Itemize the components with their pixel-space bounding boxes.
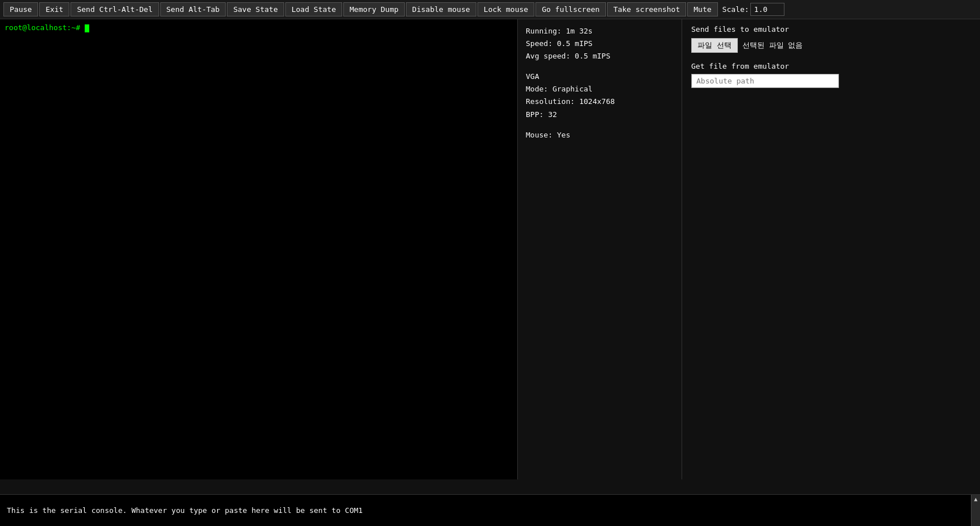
- info-panel: Running: 1m 32s Speed: 0.5 mIPS Avg spee…: [517, 19, 682, 479]
- disable-mouse-button[interactable]: Disable mouse: [406, 2, 476, 16]
- mute-button[interactable]: Mute: [687, 2, 717, 16]
- serial-console-text[interactable]: This is the serial console. Whatever you…: [0, 506, 971, 515]
- emulator-screen[interactable]: root@localhost:~#: [0, 19, 517, 479]
- file-upload-row: 파일 선택 선택된 파일 없음: [691, 38, 971, 53]
- pause-button[interactable]: Pause: [3, 2, 38, 16]
- vga-resolution: Resolution: 1024x768: [526, 95, 674, 108]
- scale-label: Scale:: [722, 5, 749, 14]
- terminal-content: root@localhost:~#: [5, 23, 513, 33]
- toolbar: Pause Exit Send Ctrl-Alt-Del Send Alt-Ta…: [0, 0, 980, 19]
- terminal-cursor: [85, 24, 89, 32]
- memory-dump-button[interactable]: Memory Dump: [343, 2, 405, 16]
- serial-scrollbar[interactable]: ▲: [971, 495, 980, 527]
- exit-button[interactable]: Exit: [39, 2, 69, 16]
- absolute-path-input[interactable]: [691, 74, 839, 88]
- running-info: Running: 1m 32s: [526, 25, 674, 37]
- vga-label: VGA: [526, 70, 674, 83]
- vga-mode: Mode: Graphical: [526, 83, 674, 95]
- no-file-label: 선택된 파일 없음: [742, 40, 803, 51]
- go-fullscreen-button[interactable]: Go fullscreen: [535, 2, 606, 16]
- load-state-button[interactable]: Load State: [285, 2, 342, 16]
- send-alt-tab-button[interactable]: Send Alt-Tab: [160, 2, 226, 16]
- mouse-info: Mouse: Yes: [526, 129, 674, 141]
- send-files-title: Send files to emulator: [691, 25, 971, 34]
- scale-input[interactable]: [750, 3, 784, 16]
- vga-bpp: BPP: 32: [526, 108, 674, 121]
- speed-info: Speed: 0.5 mIPS: [526, 37, 674, 50]
- avg-speed-info: Avg speed: 0.5 mIPS: [526, 50, 674, 62]
- terminal-prompt: root@localhost:~#: [5, 23, 85, 32]
- send-ctrl-alt-del-button[interactable]: Send Ctrl-Alt-Del: [70, 2, 159, 16]
- save-state-button[interactable]: Save State: [227, 2, 284, 16]
- get-file-title: Get file from emulator: [691, 62, 971, 70]
- lock-mouse-button[interactable]: Lock mouse: [477, 2, 534, 16]
- file-upload-button[interactable]: 파일 선택: [691, 38, 738, 53]
- serial-console-bar: This is the serial console. Whatever you…: [0, 494, 980, 526]
- scroll-arrow-up-icon[interactable]: ▲: [971, 495, 979, 503]
- right-panel: Send files to emulator 파일 선택 선택된 파일 없음 G…: [682, 19, 980, 479]
- take-screenshot-button[interactable]: Take screenshot: [607, 2, 686, 16]
- main-area: root@localhost:~# Running: 1m 32s Speed:…: [0, 19, 980, 479]
